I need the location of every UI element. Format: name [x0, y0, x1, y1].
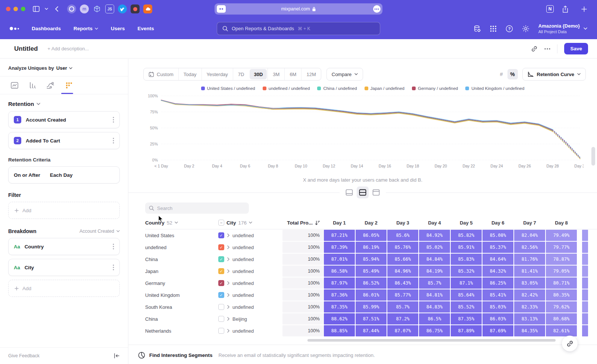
onepassword-extension-icon[interactable]: [67, 4, 76, 13]
add-breakdown-button[interactable]: Add: [8, 280, 120, 297]
range-12m[interactable]: 12M: [301, 68, 321, 80]
column-header-city[interactable]: – City 176: [218, 220, 282, 226]
expand-chevron-icon[interactable]: [227, 257, 229, 261]
row-checkbox[interactable]: ✓: [218, 256, 224, 262]
day-7-cell[interactable]: 82.33%: [514, 301, 545, 313]
day-7-cell[interactable]: 81.41%: [514, 266, 545, 277]
step-options-icon[interactable]: [113, 138, 114, 144]
give-feedback-link[interactable]: Give Feedback: [8, 353, 40, 358]
day-5-cell[interactable]: 85.52%: [451, 301, 482, 313]
day-2-cell[interactable]: 86.52%: [356, 277, 387, 289]
bird-extension-icon[interactable]: [118, 4, 127, 13]
day-1-cell[interactable]: 87.39%: [324, 242, 355, 253]
expand-chevron-icon[interactable]: [227, 329, 229, 333]
table-search[interactable]: [145, 203, 249, 214]
day-3-cell[interactable]: 84.96%: [387, 266, 418, 277]
expand-chevron-icon[interactable]: [227, 293, 229, 297]
day-6-cell[interactable]: 85.03%: [482, 301, 513, 313]
day-1-cell[interactable]: 87.97%: [324, 277, 355, 289]
day-1-cell[interactable]: 87.35%: [324, 301, 355, 313]
row-checkbox[interactable]: [218, 304, 224, 310]
range-6m[interactable]: 6M: [284, 68, 301, 80]
range-yesterday[interactable]: Yesterday: [201, 68, 233, 80]
day-1-cell[interactable]: 87.01%: [324, 254, 355, 265]
day-1-cell[interactable]: 87.21%: [324, 230, 355, 241]
day-7-cell[interactable]: 82.42%: [514, 289, 545, 301]
day-5-cell[interactable]: 87.89%: [451, 325, 482, 336]
js-extension-icon[interactable]: JS: [105, 4, 114, 13]
cloud-extension-icon[interactable]: [143, 4, 152, 13]
day-1-cell[interactable]: 88.62%: [324, 313, 355, 324]
day-2-cell[interactable]: 86.19%: [356, 242, 387, 253]
expand-chevron-icon[interactable]: [227, 305, 229, 309]
table-row[interactable]: South Koreaundefined100%87.35%85.99%85.7…: [145, 301, 597, 313]
day-3-cell[interactable]: 86.43%: [387, 277, 418, 289]
share-link-floating-button[interactable]: [562, 336, 578, 351]
day-2-cell[interactable]: 86.01%: [356, 289, 387, 301]
criteria-mode[interactable]: On or After: [14, 172, 40, 178]
day-8-cell[interactable]: 80.35%: [546, 289, 577, 301]
close-window-button[interactable]: [6, 7, 10, 11]
legend-item[interactable]: undefined / undefined: [263, 86, 310, 91]
day-2-cell[interactable]: 85.99%: [356, 301, 387, 313]
day-4-cell[interactable]: 84.81%: [419, 289, 450, 301]
mixpanel-logo[interactable]: [10, 27, 19, 30]
row-checkbox[interactable]: [218, 316, 224, 322]
expand-chevron-icon[interactable]: [227, 317, 229, 321]
table-row[interactable]: United States✓undefined100%87.21%86.05%8…: [145, 229, 597, 241]
chart-type-dropdown[interactable]: Retention Curve: [522, 68, 586, 81]
day-2-cell[interactable]: 85.94%: [356, 254, 387, 265]
nav-item-users[interactable]: Users: [111, 26, 125, 31]
horizontal-scrollbar[interactable]: [307, 339, 556, 342]
day-4-cell[interactable]: 84.92%: [419, 230, 450, 241]
day-6-cell[interactable]: 87.69%: [482, 325, 513, 336]
day-6-cell[interactable]: 85.08%: [482, 230, 513, 241]
zoom-window-button[interactable]: [21, 7, 25, 11]
day-7-cell[interactable]: 81.76%: [514, 254, 545, 265]
add-filter-button[interactable]: Add: [8, 202, 120, 219]
compare-button[interactable]: Compare: [326, 68, 363, 81]
day-5-cell[interactable]: 85.82%: [451, 230, 482, 241]
chevron-down-icon[interactable]: [43, 4, 49, 14]
day-8-cell[interactable]: 78.87%: [546, 254, 577, 265]
expand-chevron-icon[interactable]: [227, 269, 229, 273]
sidebar-toggle-icon[interactable]: [31, 4, 41, 14]
day-6-cell[interactable]: 84.32%: [482, 266, 513, 277]
tab-flows[interactable]: [46, 82, 55, 89]
day-8-cell[interactable]: 79.77%: [546, 242, 577, 253]
segments-title[interactable]: Find Interesting Segments: [149, 352, 213, 358]
day-4-cell[interactable]: 86.5%: [419, 313, 450, 324]
help-icon[interactable]: ?: [506, 25, 513, 32]
row-checkbox[interactable]: ✓: [218, 244, 224, 250]
day-8-cell[interactable]: 80.68%: [546, 313, 577, 324]
day-7-cell[interactable]: 82.04%: [514, 230, 545, 241]
breakdown-options-icon[interactable]: [113, 264, 114, 270]
table-row[interactable]: undefined✓undefined100%87.39%86.19%85.76…: [145, 241, 597, 253]
table-row[interactable]: United Kingdom✓undefined100%87.36%86.01%…: [145, 289, 597, 301]
legend-item[interactable]: United States / undefined: [201, 86, 255, 91]
day-6-cell[interactable]: 86.25%: [482, 277, 513, 289]
column-header-country[interactable]: Country 52: [145, 220, 218, 226]
row-checkbox[interactable]: ✓: [218, 268, 224, 274]
day-3-cell[interactable]: 85.7%: [387, 301, 418, 313]
step-options-icon[interactable]: [113, 117, 114, 123]
day-2-cell[interactable]: 86.05%: [356, 230, 387, 241]
day-6-cell[interactable]: 86.03%: [482, 313, 513, 324]
settings-gear-icon[interactable]: [522, 25, 529, 32]
column-header-day-6[interactable]: Day 6: [482, 220, 514, 226]
day-5-cell[interactable]: 85.32%: [451, 266, 482, 277]
address-more-icon[interactable]: •••: [373, 5, 381, 13]
table-row[interactable]: Japan✓undefined100%86.58%85.49%84.96%84.…: [145, 265, 597, 277]
day-8-cell[interactable]: 79.49%: [546, 230, 577, 241]
legend-item[interactable]: Japan / undefined: [365, 86, 404, 91]
expand-chevron-icon[interactable]: [227, 233, 229, 237]
window-controls[interactable]: [6, 7, 25, 11]
day-7-cell[interactable]: 84.35%: [514, 325, 545, 336]
day-5-cell[interactable]: 87.35%: [451, 313, 482, 324]
table-row[interactable]: Germany✓undefined100%87.97%86.52%86.43%8…: [145, 277, 597, 289]
step-card-account-created[interactable]: 1 Account Created: [8, 111, 120, 128]
day-4-cell[interactable]: 85.7%: [419, 277, 450, 289]
row-checkbox[interactable]: ✓: [218, 232, 224, 238]
column-header-total[interactable]: Total Pro...: [282, 220, 323, 226]
collapse-sidebar-icon[interactable]: [114, 353, 120, 358]
